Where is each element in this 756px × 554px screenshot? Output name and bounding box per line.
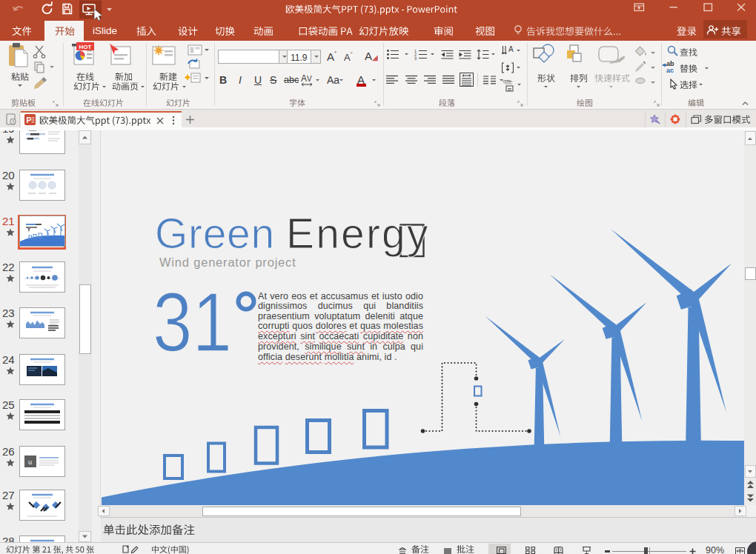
svg-text:u: u — [28, 458, 32, 466]
svg-text:3: 3 — [414, 56, 417, 61]
svg-text:P: P — [27, 116, 32, 124]
svg-text:ac: ac — [666, 67, 674, 74]
svg-text:HOT: HOT — [79, 44, 92, 50]
svg-text:A: A — [508, 45, 514, 53]
